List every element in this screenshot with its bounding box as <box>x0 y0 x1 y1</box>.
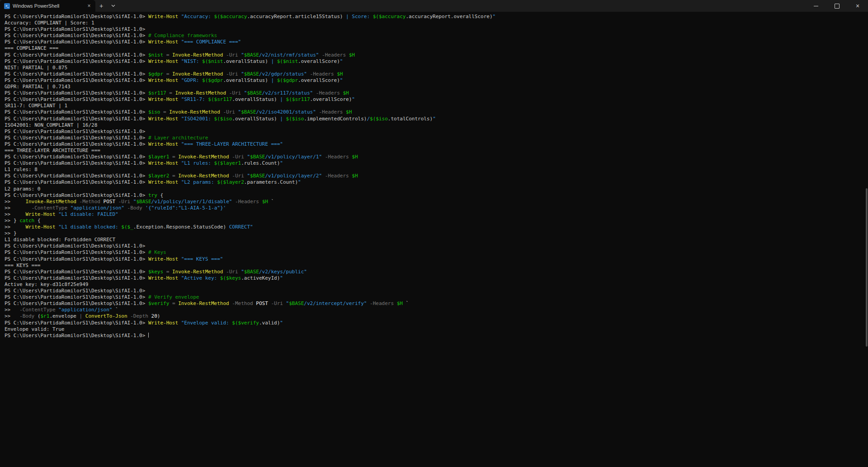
terminal-text-segment: $H <box>397 300 406 306</box>
terminal-text-segment: === KEYS === <box>5 262 40 268</box>
terminal-line: PS C:\Users\PartidaRomilorS1\Desktop\Sif… <box>5 14 864 20</box>
terminal-text-segment: .totalControls <box>388 116 430 122</box>
terminal-text-segment: PS C:\Users\PartidaRomilorS1\Desktop\Sif… <box>5 294 148 300</box>
plus-icon: + <box>99 2 103 10</box>
terminal-text-segment: .implementedControls <box>304 116 363 122</box>
terminal-text-segment: $($iso <box>370 116 388 122</box>
terminal-text-segment: $BASE <box>250 173 265 179</box>
terminal-text-segment: POST <box>256 300 271 306</box>
terminal-text-segment: $BASE <box>244 71 259 77</box>
terminal-line: PS C:\Users\PartidaRomilorS1\Desktop\Sif… <box>5 160 864 167</box>
scrollbar-thumb[interactable] <box>866 188 868 347</box>
terminal-text-segment: "ISO42001: <box>181 116 214 122</box>
tab-close-button[interactable]: × <box>85 2 93 10</box>
terminal-text-segment: PS C:\Users\PartidaRomilorS1\Desktop\Sif… <box>5 160 148 166</box>
terminal-text-segment: -Depth <box>130 313 151 319</box>
terminal-text-segment: " <box>280 320 283 326</box>
terminal-text-segment: /v2/iso42001/status" <box>256 109 319 115</box>
terminal-text-segment: Invoke-RestMethod <box>175 90 229 96</box>
terminal-text-segment: PS C:\Users\PartidaRomilorS1\Desktop\Sif… <box>5 109 148 115</box>
window-close-button[interactable]: × <box>847 0 868 12</box>
terminal-line: PS C:\Users\PartidaRomilorS1\Desktop\Sif… <box>5 333 864 339</box>
terminal-text-segment: | <box>80 313 85 319</box>
terminal-text-segment: "=== KEYS ===" <box>181 256 223 262</box>
terminal-text-segment: SR11-7: COMPLIANT | 1 <box>5 103 67 109</box>
terminal-line: PS C:\Users\PartidaRomilorS1\Desktop\Sif… <box>5 116 864 122</box>
terminal-line: PS C:\Users\PartidaRomilorS1\Desktop\Sif… <box>5 71 864 77</box>
terminal-text-segment: "SR11-7: <box>181 96 208 102</box>
terminal-text-segment: PS C:\Users\PartidaRomilorS1\Desktop\Sif… <box>5 14 148 19</box>
terminal-text-segment: $BASE <box>289 300 304 306</box>
titlebar-drag-region[interactable] <box>119 0 806 12</box>
terminal-text-segment: ` <box>115 307 118 313</box>
terminal-line: PS C:\Users\PartidaRomilorS1\Desktop\Sif… <box>5 256 864 262</box>
terminal-text-segment: " <box>241 71 244 77</box>
terminal-text-segment: /v1/policy/layer/1" <box>265 154 325 160</box>
terminal-text-segment: " <box>340 77 343 83</box>
terminal-text-segment: ) <box>274 116 277 122</box>
terminal-text-segment: PS C:\Users\PartidaRomilorS1\Desktop\Sif… <box>5 275 148 281</box>
scrollbar[interactable] <box>865 12 868 467</box>
terminal-text-segment: } <box>14 218 19 224</box>
terminal-text-segment: .activeKeyId <box>241 275 277 281</box>
terminal-text-segment: # Verify envelope <box>148 294 199 300</box>
terminal-text-segment: | <box>268 58 277 64</box>
tab-windows-powershell[interactable]: >_ Windows PowerShell × <box>0 0 95 12</box>
terminal-text-segment: | <box>277 96 286 102</box>
terminal-text-segment: ) <box>490 14 493 19</box>
terminal-text-segment: $H <box>337 71 343 77</box>
terminal-text-segment: Invoke-RestMethod <box>169 109 223 115</box>
terminal-text-segment: ( <box>38 313 41 319</box>
terminal-text-segment: PS C:\Users\PartidaRomilorS1\Desktop\Sif… <box>5 333 148 338</box>
terminal-text-segment: -Headers <box>235 199 262 205</box>
terminal-text-segment: $($accuracy <box>214 14 247 19</box>
terminal-text-segment: | <box>268 77 277 83</box>
terminal-text-segment: NIST: PARTIAL | 0.875 <box>5 65 67 71</box>
terminal-text-segment: PS C:\Users\PartidaRomilorS1\Desktop\Sif… <box>5 288 148 294</box>
terminal-text-segment: Write-Host <box>148 77 181 83</box>
terminal-text-segment: $layer2 <box>148 173 172 179</box>
terminal-text-segment: === COMPLIANCE === <box>5 45 58 51</box>
terminal-line: PS C:\Users\PartidaRomilorS1\Desktop\Sif… <box>5 320 864 326</box>
terminal-text-segment: PS C:\Users\PartidaRomilorS1\Desktop\Sif… <box>5 90 148 96</box>
new-tab-dropdown-button[interactable] <box>107 0 119 12</box>
terminal-line: === THREE-LAYER ARCHITECTURE === <box>5 148 864 154</box>
terminal-text-segment: PS C:\Users\PartidaRomilorS1\Desktop\Sif… <box>5 300 148 306</box>
terminal-text-segment: $($layer1 <box>214 160 241 166</box>
terminal-text-segment: $($nist <box>202 58 223 64</box>
terminal-text-segment: $($sr117 <box>286 96 310 102</box>
terminal-line: >> Write-Host "L1 disable blocked: $($_.… <box>5 224 864 230</box>
terminal-text-segment: "L2 params: <box>181 179 217 185</box>
terminal-text-segment <box>14 205 32 211</box>
terminal-text-segment: -Headers <box>316 90 343 96</box>
terminal[interactable]: PS C:\Users\PartidaRomilorS1\Desktop\Sif… <box>0 12 868 467</box>
terminal-line: PS C:\Users\PartidaRomilorS1\Desktop\Sif… <box>5 33 864 39</box>
terminal-text-segment: ` <box>271 199 274 205</box>
terminal-line: PS C:\Users\PartidaRomilorS1\Desktop\Sif… <box>5 179 864 186</box>
terminal-text-segment: $($keys <box>220 275 241 281</box>
title-bar[interactable]: >_ Windows PowerShell × + × <box>0 0 868 12</box>
new-tab-button[interactable]: + <box>95 0 107 12</box>
terminal-text-segment: "L1 disable blocked: <box>58 224 121 230</box>
terminal-text-segment: = <box>166 52 172 58</box>
terminal-text-segment: Write-Host <box>148 96 181 102</box>
terminal-output: PS C:\Users\PartidaRomilorS1\Desktop\Sif… <box>5 14 864 339</box>
maximize-restore-button[interactable] <box>826 0 847 12</box>
terminal-line: Active key: key-d31c8f25e949 <box>5 281 864 288</box>
terminal-text-segment: ISO42001: NON_COMPLIANT | 16/28 <box>5 122 97 128</box>
terminal-text-segment: Active key: key-d31c8f25e949 <box>5 281 88 287</box>
window-close-icon: × <box>856 3 859 9</box>
minimize-button[interactable] <box>806 0 826 12</box>
terminal-text-segment: "NIST: <box>181 58 202 64</box>
terminal-text-segment: POST <box>104 199 118 205</box>
terminal-text-segment: $($iso <box>286 116 304 122</box>
terminal-text-segment: " <box>241 52 244 58</box>
terminal-line: Accuracy: COMPLIANT | Score: 1 <box>5 20 864 26</box>
terminal-text-segment: PS C:\Users\PartidaRomilorS1\Desktop\Sif… <box>5 129 148 134</box>
terminal-line: >> Write-Host "L1 disable: FAILED" <box>5 211 864 218</box>
terminal-line: PS C:\Users\PartidaRomilorS1\Desktop\Sif… <box>5 294 864 300</box>
terminal-text-segment: = <box>172 154 178 160</box>
terminal-text-segment: Write-Host <box>148 275 181 281</box>
terminal-text-segment: Write-Host <box>148 14 181 19</box>
terminal-text-segment: PS C:\Users\PartidaRomilorS1\Desktop\Sif… <box>5 141 148 147</box>
